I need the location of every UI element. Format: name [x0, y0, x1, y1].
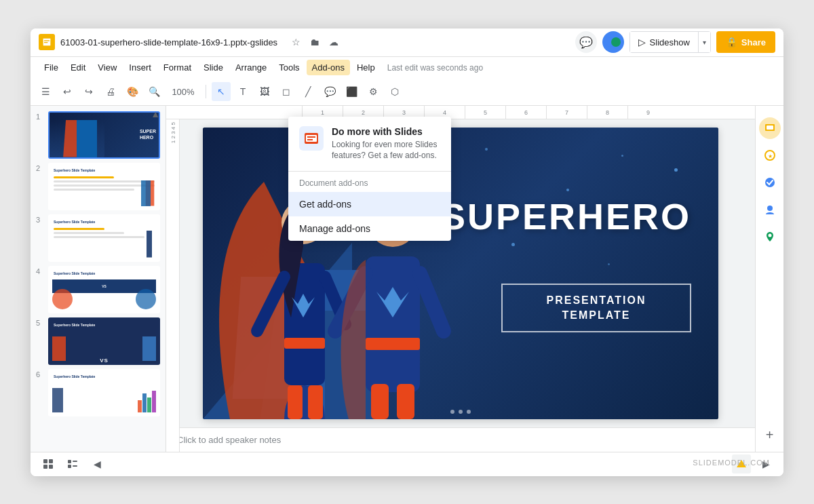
toolbar-background-icon[interactable]: ⬛ — [342, 82, 361, 101]
slide-canvas-wrapper[interactable]: SUPERHERO PRESENTATION TEMPLATE — [166, 119, 755, 427]
watermark: SLIDEMODEL.COM — [693, 459, 770, 467]
svg-rect-13 — [366, 256, 420, 392]
toolbar-transition-icon[interactable]: ⬡ — [385, 82, 404, 101]
svg-rect-30 — [43, 465, 47, 469]
slide-thumb-3[interactable]: Superhero Slide Template — [48, 214, 160, 262]
toolbar-sep-1 — [206, 85, 206, 98]
slide-subtitle-line2: TEMPLATE — [511, 308, 682, 323]
menu-edit[interactable]: Edit — [65, 60, 91, 75]
toolbar-zoom-icon[interactable]: 🔍 — [144, 82, 163, 101]
slide-number-5: 5 — [36, 319, 44, 327]
slide-thumb-2-label: Superhero Slide Template — [54, 168, 95, 172]
toolbar-menu-icon[interactable]: ☰ — [36, 82, 55, 101]
horizontal-ruler: 1 2 3 4 5 6 7 8 9 — [166, 106, 755, 119]
menu-file[interactable]: File — [39, 60, 64, 75]
toolbar-undo-icon[interactable]: ↩ — [58, 82, 77, 101]
svg-rect-37 — [306, 135, 317, 142]
sidebar-icon-maps[interactable] — [759, 226, 781, 248]
slide-number-4: 4 — [36, 267, 44, 275]
slideshow-main-button[interactable]: ▷ Slideshow — [629, 31, 699, 53]
svg-rect-1 — [44, 40, 50, 41]
app-window: 61003-01-superhero-slide-template-16x9-1… — [31, 28, 783, 476]
addons-dropdown-menu: Do more with Slides Looking for even mor… — [288, 117, 451, 241]
svg-rect-35 — [73, 465, 77, 467]
slide-item-3[interactable]: 3 Superhero Slide Template — [36, 214, 160, 262]
sidebar-add-button[interactable]: + — [759, 425, 781, 446]
toolbar-comment-icon[interactable]: 💬 — [320, 82, 339, 101]
svg-point-4 — [611, 37, 621, 47]
share-button[interactable]: 🔒 Share — [716, 31, 775, 53]
slide-item-5[interactable]: 5 Superhero Slide Template VS — [36, 317, 160, 365]
menu-format[interactable]: Format — [158, 60, 197, 75]
dropdown-manage-addons[interactable]: Manage add-ons — [288, 216, 451, 241]
star-3 — [566, 189, 569, 191]
menu-view[interactable]: View — [92, 60, 122, 75]
slide-number-3: 3 — [36, 216, 44, 224]
svg-rect-10 — [284, 338, 325, 349]
menu-insert[interactable]: Insert — [123, 60, 157, 75]
toolbar-redo-icon[interactable]: ↪ — [79, 82, 98, 101]
sidebar-icon-slides[interactable] — [759, 117, 781, 139]
slide-item-1[interactable]: 1 SUPERHERO — [36, 111, 160, 159]
svg-rect-29 — [49, 459, 53, 463]
slide-item-4[interactable]: 4 Superhero Slide Template VS — [36, 266, 160, 313]
dropdown-get-addons[interactable]: Get add-ons — [288, 192, 451, 216]
toolbar-paint-icon[interactable]: 🎨 — [123, 82, 142, 101]
slide-thumb-3-label: Superhero Slide Template — [54, 220, 95, 224]
menu-bar: File Edit View Insert Format Slide Arran… — [31, 57, 783, 79]
toolbar-print-icon[interactable]: 🖨 — [101, 82, 120, 101]
svg-rect-39 — [307, 139, 313, 140]
grid-view-button[interactable] — [39, 454, 58, 473]
toolbar-image-icon[interactable]: 🖼 — [255, 82, 274, 101]
svg-point-26 — [767, 206, 773, 211]
toolbar-cursor-icon[interactable]: ↖ — [212, 82, 231, 101]
sidebar-icon-explore[interactable]: ★ — [759, 144, 781, 166]
star-5 — [511, 243, 515, 246]
dropdown-title: Do more with Slides — [332, 126, 440, 137]
svg-rect-38 — [307, 136, 315, 138]
svg-rect-2 — [44, 42, 47, 43]
speaker-notes[interactable]: Click to add speaker notes — [166, 427, 755, 452]
menu-addons[interactable]: Add-ons — [307, 60, 350, 75]
toolbar-theme-icon[interactable]: ⚙ — [364, 82, 383, 101]
slideshow-button-group: ▷ Slideshow ▾ — [629, 31, 711, 53]
slide-thumb-6[interactable]: Superhero Slide Template — [48, 369, 160, 416]
folder-icon[interactable]: 🖿 — [308, 35, 322, 49]
slide-thumb-2[interactable]: Superhero Slide Template — [48, 163, 160, 210]
speaker-notes-placeholder: Click to add speaker notes — [177, 435, 281, 445]
slide-panel-scroll-up[interactable]: ▲ — [151, 109, 160, 119]
star-7 — [485, 148, 488, 151]
menu-arrange[interactable]: Arrange — [230, 60, 272, 75]
toolbar-shape-icon[interactable]: ◻ — [277, 82, 296, 101]
chat-button[interactable]: 💬 — [575, 31, 597, 53]
avatar-group[interactable] — [602, 31, 624, 53]
slide-canvas[interactable]: SUPERHERO PRESENTATION TEMPLATE — [203, 128, 718, 419]
toolbar-zoom-value[interactable]: 100% — [166, 82, 200, 101]
star-icon[interactable]: ☆ — [289, 35, 303, 49]
slideshow-dropdown-button[interactable]: ▾ — [699, 31, 711, 53]
addons-dropdown: Do more with Slides Looking for even mor… — [288, 117, 451, 241]
sidebar-icon-check[interactable] — [759, 172, 781, 193]
slide-title: SUPERHERO — [441, 195, 691, 237]
slide-thumb-1[interactable]: SUPERHERO — [48, 111, 160, 159]
svg-rect-31 — [49, 465, 53, 469]
slide-item-2[interactable]: 2 Superhero Slide Template — [36, 163, 160, 210]
title-bar-right: 💬 ▷ Slideshow ▾ 🔒 Share — [575, 31, 775, 53]
slide-number-2: 2 — [36, 164, 44, 172]
menu-help[interactable]: Help — [351, 60, 381, 75]
svg-rect-32 — [68, 460, 71, 463]
menu-slide[interactable]: Slide — [198, 60, 229, 75]
slide-number-6: 6 — [36, 370, 44, 379]
slide-thumb-4[interactable]: Superhero Slide Template VS — [48, 266, 160, 313]
slide-nav-dots — [450, 410, 471, 414]
list-view-button[interactable] — [63, 454, 82, 473]
cloud-icon[interactable]: ☁ — [327, 35, 341, 49]
slide-thumb-5[interactable]: Superhero Slide Template VS — [48, 317, 160, 365]
slide-item-6[interactable]: 6 Superhero Slide Template — [36, 369, 160, 416]
panel-toggle-button[interactable]: ◀ — [88, 454, 106, 473]
slide-thumb-3-lines — [54, 228, 155, 240]
toolbar-text-icon[interactable]: T — [233, 82, 252, 101]
sidebar-icon-user[interactable] — [759, 199, 781, 220]
toolbar-line-icon[interactable]: ╱ — [298, 82, 317, 101]
menu-tools[interactable]: Tools — [273, 60, 305, 75]
